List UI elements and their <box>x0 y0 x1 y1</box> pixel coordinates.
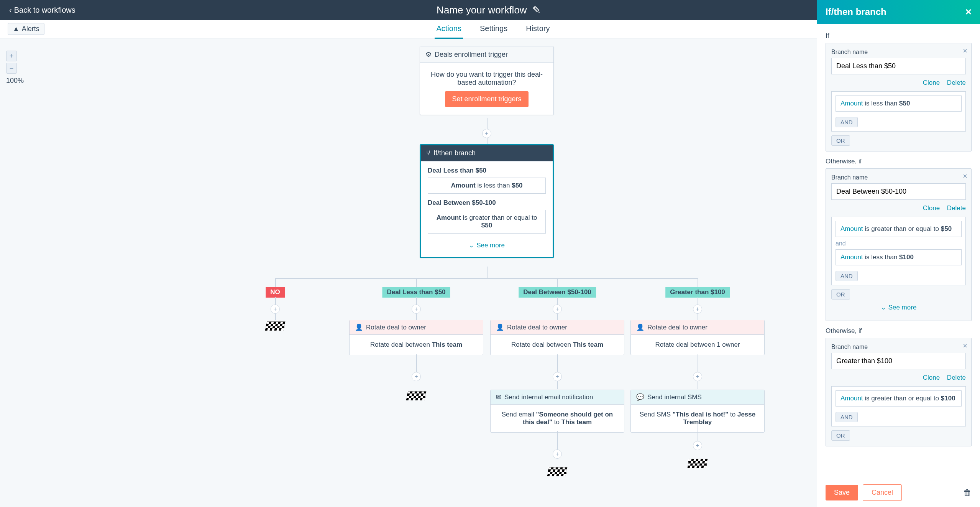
back-to-workflows-link[interactable]: ‹ Back to workflows <box>9 6 76 15</box>
card-header: Send internal SMS <box>647 393 702 401</box>
zoom-level: 100% <box>6 77 24 85</box>
rotate-deal-card[interactable]: 👤 Rotate deal to owner Rotate deal betwe… <box>630 320 765 355</box>
branch-config-card: × Branch name Clone Delete Amount is gre… <box>826 338 972 446</box>
alerts-label: Alerts <box>22 25 39 33</box>
end-icon <box>688 459 707 468</box>
branch-name-input[interactable] <box>831 353 966 369</box>
if-label: If <box>826 32 972 40</box>
trigger-node[interactable]: ⚙ Deals enrollment trigger How do you wa… <box>420 46 554 115</box>
otherwise-label: Otherwise, if <box>826 327 972 335</box>
or-button[interactable]: OR <box>831 289 850 300</box>
branch-condition: Amount is less than $50 <box>428 178 546 194</box>
card-header: Rotate deal to owner <box>647 324 708 331</box>
branch-label-no: NO <box>266 287 285 298</box>
or-button[interactable]: OR <box>831 430 850 441</box>
tab-history[interactable]: History <box>524 20 551 39</box>
branch-entry-title: Deal Between $50-100 <box>428 199 546 207</box>
and-button[interactable]: AND <box>836 271 858 281</box>
branch-name-label: Branch name <box>831 344 966 351</box>
branch-label: Greater than $100 <box>665 287 730 298</box>
chevron-down-icon: ⌄ <box>469 241 474 249</box>
add-action-button[interactable]: + <box>693 372 702 381</box>
branch-entry-title: Deal Less than $50 <box>428 167 546 174</box>
add-action-button[interactable]: + <box>553 449 562 459</box>
add-action-button[interactable]: + <box>693 305 702 314</box>
branch-header: If/then branch <box>433 149 476 157</box>
delete-link[interactable]: Delete <box>947 204 966 212</box>
end-icon <box>407 391 425 400</box>
add-action-button[interactable]: + <box>271 305 280 314</box>
tab-actions[interactable]: Actions <box>435 20 463 39</box>
rotate-deal-card[interactable]: 👤 Rotate deal to owner Rotate deal betwe… <box>349 320 483 355</box>
email-icon: ✉ <box>496 393 501 401</box>
alert-icon: ▲ <box>13 25 20 33</box>
set-enrollment-triggers-button[interactable]: Set enrollment triggers <box>445 91 528 107</box>
user-rotate-icon: 👤 <box>496 323 504 331</box>
delete-link[interactable]: Delete <box>947 374 966 381</box>
trigger-description: How do you want to trigger this deal-bas… <box>428 71 546 87</box>
send-email-card[interactable]: ✉ Send internal email notification Send … <box>490 390 624 433</box>
card-body: Rotate deal between This team <box>350 335 483 355</box>
add-action-button[interactable]: + <box>553 372 562 381</box>
zoom-in-button[interactable]: + <box>6 51 17 61</box>
zoom-out-button[interactable]: − <box>6 63 17 74</box>
add-action-button[interactable]: + <box>412 372 421 381</box>
end-icon <box>548 467 566 476</box>
card-header: Rotate deal to owner <box>507 324 567 331</box>
end-icon <box>266 321 284 331</box>
trigger-header: Deals enrollment trigger <box>435 51 508 59</box>
gear-icon: ⚙ <box>425 50 432 59</box>
condition-row[interactable]: Amount is greater than or equal to $50 <box>836 221 962 237</box>
add-action-button[interactable]: + <box>553 305 562 314</box>
and-text: and <box>836 240 962 247</box>
close-icon[interactable]: × <box>965 6 972 18</box>
chevron-down-icon: ⌄ <box>881 303 886 311</box>
condition-row[interactable]: Amount is less than $100 <box>836 249 962 265</box>
ifthen-side-panel: If/then branch × If × Branch name Clone … <box>817 0 980 507</box>
delete-link[interactable]: Delete <box>947 79 966 86</box>
branch-name-label: Branch name <box>831 49 966 56</box>
condition-row[interactable]: Amount is less than $50 <box>836 95 962 112</box>
clone-link[interactable]: Clone <box>923 79 940 86</box>
branch-icon: ⑂ <box>426 149 430 157</box>
and-button[interactable]: AND <box>836 412 858 422</box>
card-body: Rotate deal between This team <box>491 335 624 355</box>
cancel-button[interactable]: Cancel <box>863 484 902 501</box>
otherwise-label: Otherwise, if <box>826 158 972 165</box>
ifthen-branch-node[interactable]: ⑂ If/then branch Deal Less than $50 Amou… <box>420 144 554 258</box>
and-button[interactable]: AND <box>836 117 858 127</box>
branch-label: Deal Between $50-100 <box>519 287 596 298</box>
tab-settings[interactable]: Settings <box>478 20 509 39</box>
condition-row[interactable]: Amount is greater than or equal to $100 <box>836 390 962 407</box>
workflow-title: Name your workflow <box>437 4 527 16</box>
remove-branch-icon[interactable]: × <box>963 341 967 350</box>
save-button[interactable]: Save <box>826 485 858 500</box>
branch-config-card: × Branch name Clone Delete Amount is gre… <box>826 168 972 321</box>
branch-condition: Amount is greater than or equal to $50 <box>428 210 546 234</box>
see-more-link[interactable]: ⌄ See more <box>831 300 966 315</box>
alerts-button[interactable]: ▲ Alerts <box>8 23 44 35</box>
card-header: Rotate deal to owner <box>366 324 426 331</box>
add-action-button[interactable]: + <box>482 129 491 138</box>
edit-icon[interactable]: ✎ <box>532 4 541 16</box>
clone-link[interactable]: Clone <box>923 204 940 212</box>
clone-link[interactable]: Clone <box>923 374 940 381</box>
or-button[interactable]: OR <box>831 135 850 146</box>
add-action-button[interactable]: + <box>693 441 702 450</box>
back-label: Back to workflows <box>14 6 76 15</box>
card-header: Send internal email notification <box>504 393 593 401</box>
trash-icon[interactable]: 🗑 <box>963 488 972 498</box>
add-action-button[interactable]: + <box>412 305 421 314</box>
sms-icon: 💬 <box>636 393 644 401</box>
card-body: Send email "Someone should get on this d… <box>491 405 624 432</box>
branch-config-card: × Branch name Clone Delete Amount is les… <box>826 43 972 151</box>
rotate-deal-card[interactable]: 👤 Rotate deal to owner Rotate deal betwe… <box>490 320 624 355</box>
remove-branch-icon[interactable]: × <box>963 46 967 55</box>
branch-label: Deal Less than $50 <box>382 287 450 298</box>
branch-name-input[interactable] <box>831 58 966 74</box>
card-body: Rotate deal between 1 owner <box>631 335 764 355</box>
branch-name-input[interactable] <box>831 183 966 200</box>
remove-branch-icon[interactable]: × <box>963 172 967 181</box>
see-more-link[interactable]: ⌄ See more <box>428 239 546 252</box>
panel-title: If/then branch <box>826 7 886 17</box>
